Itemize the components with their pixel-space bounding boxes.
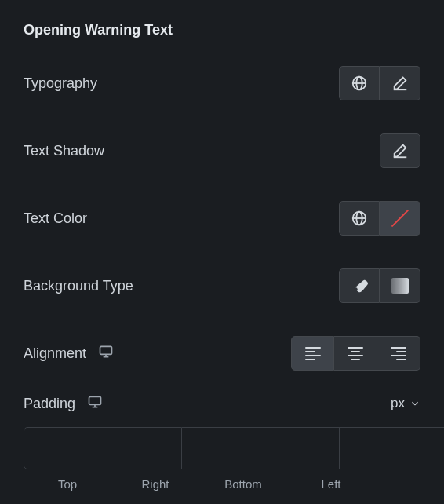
svg-rect-9 [100,346,112,354]
globe-icon [351,210,368,227]
text-color-picker-button[interactable] [380,201,420,236]
typography-edit-button[interactable] [380,66,420,100]
background-type-label: Background Type [24,278,133,294]
alignment-row: Alignment [24,336,420,371]
alignment-controls [291,336,420,371]
align-left-icon [305,347,321,360]
gradient-icon [391,278,409,294]
alignment-responsive-button[interactable] [98,344,114,363]
background-type-row: Background Type [24,268,420,303]
background-gradient-button[interactable] [380,268,420,303]
text-shadow-label: Text Shadow [24,143,104,159]
padding-label: Padding [24,396,75,412]
align-right-button[interactable] [377,336,420,371]
text-color-label: Text Color [24,210,87,227]
pencil-icon [391,75,409,92]
padding-bottom-input[interactable] [340,427,444,469]
padding-left-label: Left [287,477,375,491]
background-classic-button[interactable] [339,268,380,303]
brush-icon [351,277,368,294]
padding-unit-select[interactable]: px [391,396,420,411]
typography-global-button[interactable] [339,66,380,100]
padding-side-labels: Top Right Bottom Left [24,477,420,491]
text-shadow-controls [380,133,420,168]
padding-right-label: Right [111,477,199,491]
typography-label: Typography [24,75,97,92]
text-shadow-row: Text Shadow [24,133,420,168]
desktop-icon [98,344,114,360]
padding-bottom-label: Bottom [199,477,287,491]
align-right-icon [391,347,406,360]
typography-row: Typography [24,66,420,100]
text-shadow-edit-button[interactable] [380,133,420,168]
padding-responsive-button[interactable] [87,394,103,413]
background-type-controls [339,268,420,303]
padding-row: Padding px [24,394,420,413]
typography-controls [339,66,420,100]
alignment-label: Alignment [24,345,86,362]
chevron-down-icon [409,398,420,409]
globe-icon [351,75,368,92]
no-color-icon [391,210,409,228]
padding-right-input[interactable] [182,427,340,469]
padding-top-input[interactable] [24,427,182,469]
svg-rect-12 [89,396,101,404]
padding-unit-value: px [391,396,405,411]
padding-top-label: Top [24,477,111,491]
desktop-icon [87,394,103,410]
padding-inputs [24,427,420,469]
align-left-button[interactable] [291,336,334,371]
pencil-icon [391,142,409,159]
svg-point-8 [354,287,358,291]
text-color-row: Text Color [24,201,420,236]
section-title: Opening Warning Text [24,22,420,38]
text-color-global-button[interactable] [339,201,380,236]
align-center-icon [348,347,363,360]
align-center-button[interactable] [334,336,377,371]
text-color-controls [339,201,420,236]
